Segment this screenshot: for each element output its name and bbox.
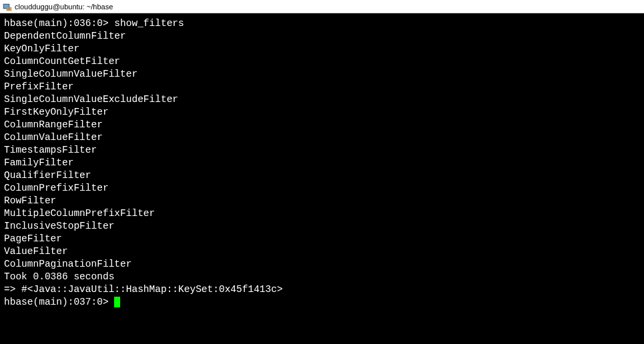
filter-output-line: SingleColumnValueExcludeFilter — [4, 94, 178, 105]
filter-output-line: ColumnValueFilter — [4, 132, 103, 143]
window-title-bar: cloudduggu@ubuntu: ~/hbase — [0, 0, 644, 13]
shell-prompt: hbase(main):036:0> — [4, 18, 114, 29]
filter-output-line: SingleColumnValueFilter — [4, 69, 137, 79]
filter-output-line: ColumnCountGetFilter — [4, 56, 120, 67]
filter-output-line: ColumnPaginationFilter — [4, 259, 131, 269]
timing-output: Took 0.0386 seconds — [4, 271, 114, 282]
filter-output-line: QualifierFilter — [4, 170, 91, 181]
filter-output-line: RowFilter — [4, 195, 56, 206]
filter-output-line: KeyOnlyFilter — [4, 43, 79, 54]
filter-output-line: PageFilter — [4, 233, 62, 244]
filter-output-line: FamilyFilter — [4, 157, 73, 168]
filter-output-line: FirstKeyOnlyFilter — [4, 107, 109, 117]
filter-output-line: TimestampsFilter — [4, 145, 97, 155]
putty-icon — [3, 2, 12, 11]
terminal-area[interactable]: hbase(main):036:0> show_filters Dependen… — [0, 13, 644, 344]
filter-output-line: PrefixFilter — [4, 81, 73, 92]
terminal-cursor — [114, 297, 120, 307]
filter-output-line: ColumnRangeFilter — [4, 119, 103, 130]
window-title-text: cloudduggu@ubuntu: ~/hbase — [15, 3, 113, 11]
filter-output-line: ColumnPrefixFilter — [4, 183, 109, 193]
command-text: show_filters — [114, 18, 184, 29]
result-output: => #<Java::JavaUtil::HashMap::KeySet:0x4… — [4, 284, 283, 295]
filter-output-line: DependentColumnFilter — [4, 31, 126, 41]
filter-output-line: InclusiveStopFilter — [4, 221, 114, 231]
shell-prompt: hbase(main):037:0> — [4, 297, 114, 307]
filter-output-line: MultipleColumnPrefixFilter — [4, 208, 155, 219]
filter-output-line: ValueFilter — [4, 246, 68, 257]
